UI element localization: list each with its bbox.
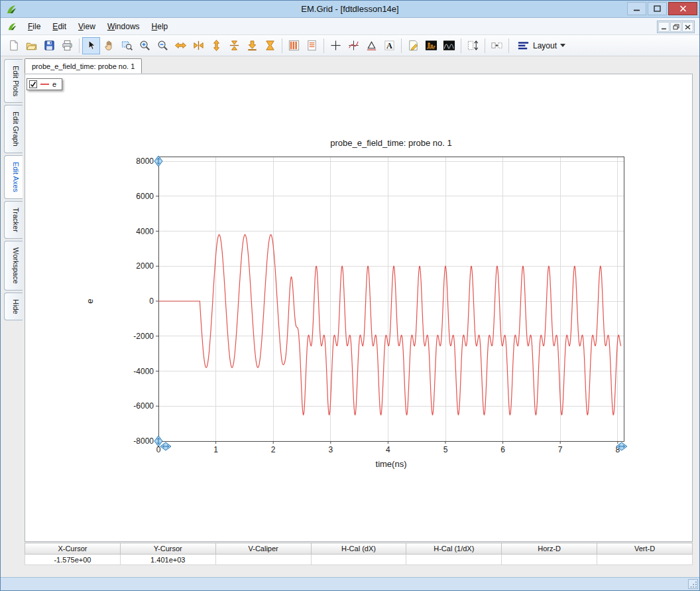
zoom-window-button[interactable] xyxy=(118,37,136,54)
axes-cross-button[interactable] xyxy=(327,37,345,54)
toolbar-separator xyxy=(508,38,509,53)
edit-note-button[interactable] xyxy=(404,37,422,54)
layout-icon xyxy=(517,39,530,52)
mdi-minimize-icon xyxy=(661,25,667,30)
legend-series-label: e xyxy=(52,80,56,88)
pulse-shapes-button[interactable] xyxy=(440,37,458,54)
axes-cross-icon xyxy=(329,39,342,52)
layout-button[interactable]: Layout xyxy=(512,37,571,54)
sidebar-tab-edit-axes[interactable]: Edit Axes xyxy=(4,155,23,199)
data-sheet-button[interactable] xyxy=(303,37,321,54)
y-tick-label: -2000 xyxy=(133,332,154,341)
y-tick-label: 2000 xyxy=(136,261,154,271)
print-button[interactable] xyxy=(58,37,76,54)
resize-grip[interactable] xyxy=(688,579,698,589)
x-tick-label: 1 xyxy=(213,445,218,454)
minimize-button[interactable] xyxy=(627,2,646,15)
minimize-icon xyxy=(633,5,640,12)
fft-icon xyxy=(425,39,438,52)
sidebar-tab-tracker[interactable]: Tracker xyxy=(4,201,23,239)
y-tick-label: 6000 xyxy=(136,192,154,201)
readout-header-row: X-CursorY-CursorV-CaliperH-Cal (dX)H-Cal… xyxy=(25,543,693,555)
chart: 012345678-8000-6000-4000-200002000400060… xyxy=(25,74,693,543)
y-tick-label: 0 xyxy=(149,296,154,306)
fit-height-box-icon xyxy=(467,39,479,52)
legend: e xyxy=(27,78,62,90)
fit-y-bottom-button[interactable] xyxy=(243,37,261,54)
fit-y-bottom-icon xyxy=(246,39,259,52)
mdi-close-button[interactable] xyxy=(682,22,693,32)
svg-text:A: A xyxy=(386,41,392,50)
slope-delta-button[interactable] xyxy=(363,37,380,54)
sidebar-tab-edit-graph[interactable]: Edit Graph xyxy=(4,105,23,153)
histogram-button[interactable] xyxy=(285,37,303,54)
readout-value: -1.575e+00 xyxy=(25,555,121,565)
resize-grip-icon xyxy=(689,580,697,588)
zoom-in-button[interactable] xyxy=(136,37,154,54)
autoscale-button[interactable] xyxy=(261,37,279,54)
x-tick-label: 6 xyxy=(500,445,505,454)
menu-help[interactable]: Help xyxy=(146,19,174,34)
slope-delta-icon xyxy=(365,39,378,52)
app-logo-icon xyxy=(6,4,18,15)
menu-edit[interactable]: Edit xyxy=(46,19,72,34)
toolbar-separator xyxy=(401,38,402,53)
sidebar-tab-edit-plots[interactable]: Edit Plots xyxy=(4,59,23,103)
axes-curve-button[interactable] xyxy=(345,37,363,54)
window-title: EM.Grid - [fdtdlesson14e] xyxy=(80,4,620,14)
expand-x-button[interactable] xyxy=(172,37,190,54)
expand-x-icon xyxy=(174,39,187,52)
mdi-restore-button[interactable] xyxy=(670,22,681,32)
document-tab-bar: probe_e_field_time: probe no. 1 xyxy=(25,58,691,74)
shrink-y-icon xyxy=(228,39,241,52)
y-tick-label: 4000 xyxy=(136,227,154,236)
plot-frame xyxy=(158,157,624,441)
toolbar-separator xyxy=(79,38,80,53)
readout-header: H-Cal (1/dX) xyxy=(406,543,502,555)
new-button[interactable] xyxy=(5,37,23,54)
menu-view[interactable]: View xyxy=(72,19,101,34)
x-tick-label: 7 xyxy=(558,445,563,454)
pan-icon xyxy=(103,39,115,52)
fit-width-box-icon xyxy=(491,39,503,52)
fft-button[interactable] xyxy=(422,37,440,54)
axis-handle-bottom-left-x[interactable] xyxy=(160,442,171,450)
sidebar-tab-hide[interactable]: Hide xyxy=(4,293,23,321)
fit-width-box-button[interactable] xyxy=(488,37,506,54)
series-e-line xyxy=(158,235,621,415)
toolbar: ALayout xyxy=(1,35,699,56)
menubar: FileEditViewWindowsHelp xyxy=(1,18,699,35)
readout-value-row: -1.575e+001.401e+03 xyxy=(25,555,693,565)
close-button[interactable] xyxy=(668,2,697,15)
zoom-out-button[interactable] xyxy=(154,37,172,54)
mdi-minimize-button[interactable] xyxy=(658,22,670,32)
menu-file[interactable]: File xyxy=(22,19,46,34)
zoom-out-icon xyxy=(156,39,169,52)
shrink-x-button[interactable] xyxy=(190,37,207,54)
document-tab[interactable]: probe_e_field_time: probe no. 1 xyxy=(25,58,142,74)
select-button[interactable] xyxy=(82,37,100,54)
x-axis-label: time(ns) xyxy=(376,459,407,469)
open-button[interactable] xyxy=(23,37,40,54)
sidebar-tabs: Edit PlotsEdit GraphEdit AxesTrackerWork… xyxy=(4,59,24,320)
titlebar: EM.Grid - [fdtdlesson14e] xyxy=(1,1,699,18)
legend-checkbox[interactable] xyxy=(29,80,37,88)
y-tick-label: 8000 xyxy=(136,157,154,166)
fit-height-box-button[interactable] xyxy=(464,37,482,54)
sidebar-tab-workspace[interactable]: Workspace xyxy=(4,241,23,291)
autoscale-icon xyxy=(264,39,276,52)
app-window: EM.Grid - [fdtdlesson14e] FileEditViewWi… xyxy=(0,0,700,591)
mdi-close-icon xyxy=(685,25,691,30)
zoom-window-icon xyxy=(121,39,133,52)
expand-y-button[interactable] xyxy=(207,37,225,54)
shrink-y-button[interactable] xyxy=(225,37,243,54)
maximize-button[interactable] xyxy=(648,2,667,15)
pan-button[interactable] xyxy=(100,37,118,54)
text-annotation-button[interactable]: A xyxy=(380,37,398,54)
save-icon xyxy=(43,39,56,52)
axis-handle-top-left[interactable] xyxy=(154,156,162,166)
document-logo-icon xyxy=(7,22,18,31)
legend-series-sample xyxy=(40,84,49,85)
save-button[interactable] xyxy=(40,37,58,54)
menu-windows[interactable]: Windows xyxy=(101,19,146,34)
